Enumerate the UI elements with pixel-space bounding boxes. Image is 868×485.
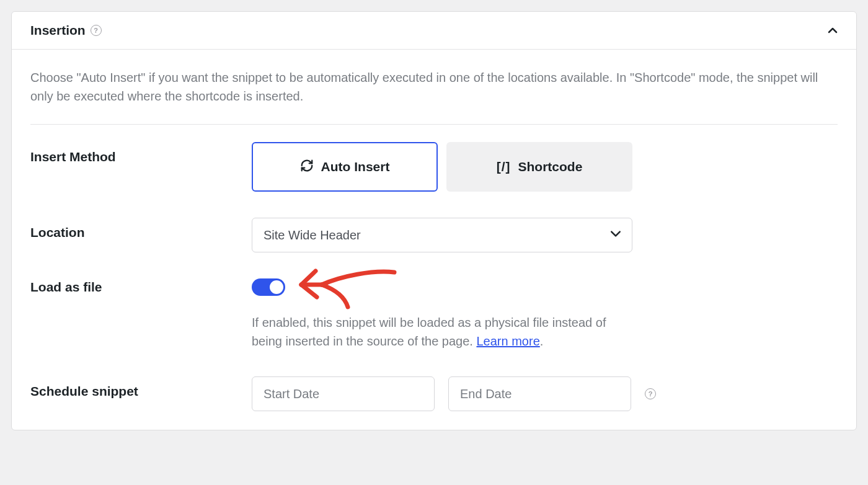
panel-title-wrap: Insertion ? <box>30 23 102 38</box>
load-as-file-row: Load as file <box>30 278 838 296</box>
load-as-file-control <box>252 278 838 296</box>
location-select[interactable]: Site Wide Header <box>252 218 632 252</box>
panel-description: Choose "Auto Insert" if you want the sni… <box>30 68 838 105</box>
load-as-file-section: Load as file <box>30 278 838 350</box>
location-label: Location <box>30 218 252 240</box>
schedule-label: Schedule snippet <box>30 376 252 399</box>
load-as-file-help: If enabled, this snippet will be loaded … <box>252 313 636 350</box>
panel-body: Choose "Auto Insert" if you want the sni… <box>12 50 856 430</box>
load-as-file-help-text: If enabled, this snippet will be loaded … <box>252 316 606 348</box>
refresh-icon <box>300 159 314 176</box>
panel-header[interactable]: Insertion ? <box>12 12 856 50</box>
help-icon[interactable]: ? <box>91 25 102 36</box>
shortcode-button[interactable]: [/] Shortcode <box>446 142 632 192</box>
shortcode-label: Shortcode <box>518 159 582 174</box>
location-row: Location Site Wide Header <box>30 218 838 252</box>
panel-title: Insertion <box>30 23 86 38</box>
start-date-input[interactable] <box>252 376 435 411</box>
toggle-knob <box>270 280 283 294</box>
insert-method-label: Insert Method <box>30 142 252 164</box>
learn-more-link[interactable]: Learn more <box>476 334 539 348</box>
auto-insert-button[interactable]: Auto Insert <box>252 142 438 192</box>
location-select-value: Site Wide Header <box>252 218 632 252</box>
schedule-help-icon[interactable]: ? <box>645 388 656 399</box>
shortcode-icon: [/] <box>497 159 511 174</box>
divider <box>30 124 838 125</box>
load-as-file-toggle[interactable] <box>252 278 285 296</box>
chevron-up-icon[interactable] <box>828 25 838 35</box>
date-inputs: ? <box>252 376 838 411</box>
insert-method-row: Insert Method Auto Insert <box>30 142 838 192</box>
load-as-file-help-row: If enabled, this snippet will be loaded … <box>30 296 838 350</box>
location-control: Site Wide Header <box>252 218 838 252</box>
insert-method-button-group: Auto Insert [/] Shortcode <box>252 142 838 192</box>
toggle-wrap <box>252 278 838 296</box>
insert-method-control: Auto Insert [/] Shortcode <box>252 142 838 192</box>
load-as-file-label: Load as file <box>30 280 252 295</box>
end-date-input[interactable] <box>448 376 631 411</box>
schedule-row: Schedule snippet ? <box>30 376 838 411</box>
auto-insert-label: Auto Insert <box>321 159 390 174</box>
insertion-panel: Insertion ? Choose "Auto Insert" if you … <box>11 11 857 430</box>
schedule-control: ? <box>252 376 838 411</box>
